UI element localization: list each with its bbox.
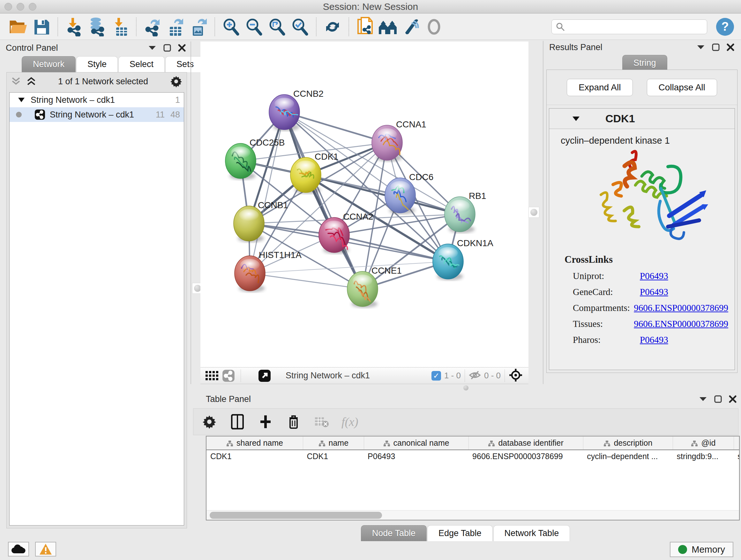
birdseye-view-icon[interactable] bbox=[509, 368, 523, 383]
save-session-icon[interactable] bbox=[31, 17, 51, 37]
gene-section-header[interactable]: CDK1 bbox=[549, 109, 735, 129]
tab-network-table[interactable]: Network Table bbox=[493, 525, 570, 541]
close-panel-icon[interactable] bbox=[178, 44, 186, 52]
float-panel-icon[interactable] bbox=[712, 44, 720, 51]
float-panel-icon[interactable] bbox=[163, 44, 171, 52]
delete-table-icon[interactable] bbox=[313, 414, 330, 430]
expand-all-icon[interactable] bbox=[26, 77, 36, 86]
crosslink-value-link[interactable]: P06493 bbox=[640, 334, 668, 345]
table-cell[interactable]: cyclin–dependent ... bbox=[583, 450, 673, 462]
panel-menu-icon[interactable] bbox=[148, 45, 156, 51]
column-header-name[interactable]: name bbox=[303, 436, 364, 450]
import-network-from-file-icon[interactable] bbox=[64, 17, 84, 37]
table-cell[interactable]: CDK1 bbox=[206, 450, 303, 462]
network-node-CDKN1A[interactable]: CDKN1A bbox=[433, 238, 493, 280]
column-header-canonical-name[interactable]: canonical name bbox=[364, 436, 468, 450]
import-table-from-file-icon[interactable] bbox=[110, 17, 130, 37]
table-cell[interactable]: stringdb:9... bbox=[673, 450, 734, 462]
float-panel-icon[interactable] bbox=[714, 395, 722, 403]
column-header-shared-name[interactable]: shared name bbox=[206, 436, 303, 450]
memory-button[interactable]: Memory bbox=[670, 542, 733, 557]
network-canvas[interactable]: CCNB2CCNA1CDC25BCDK1CDC6RB1CCNB1CCNA2CDK… bbox=[200, 42, 529, 367]
open-session-icon[interactable] bbox=[9, 17, 28, 37]
table-cell[interactable]: CDK1 bbox=[303, 450, 364, 462]
export-network-icon[interactable] bbox=[143, 17, 162, 37]
crosslink-value-link[interactable]: 9606.ENSP00000378699 bbox=[634, 303, 728, 313]
network-edge-CCNB2-CCNE1[interactable] bbox=[284, 112, 362, 289]
open-in-window-icon[interactable] bbox=[256, 368, 273, 384]
table-cell[interactable]: 9606.ENSP00000378699 bbox=[468, 450, 583, 462]
table-hscrollbar[interactable] bbox=[206, 510, 739, 520]
network-node-CCNB2[interactable]: CCNB2 bbox=[269, 89, 324, 131]
network-edge-HIST1H1A-CCNE1[interactable] bbox=[250, 273, 362, 289]
node-label: CDKN1A bbox=[457, 238, 493, 248]
zoom-in-icon[interactable] bbox=[221, 17, 241, 37]
close-panel-icon[interactable] bbox=[729, 395, 737, 403]
zoom-fit-content-icon[interactable] bbox=[267, 17, 287, 37]
panel-menu-icon[interactable] bbox=[697, 45, 705, 50]
delete-column-trash-icon[interactable] bbox=[285, 414, 302, 430]
function-builder-icon[interactable]: f(x) bbox=[341, 415, 358, 429]
help-icon[interactable]: ? bbox=[716, 18, 734, 36]
show-hide-annotations-icon[interactable] bbox=[401, 17, 421, 37]
table-settings-gear-icon[interactable] bbox=[201, 414, 218, 430]
right-splitter-handle[interactable] bbox=[529, 207, 539, 218]
panel-menu-icon[interactable] bbox=[699, 396, 707, 401]
import-network-from-database-icon[interactable] bbox=[87, 17, 107, 37]
collapse-section-icon[interactable] bbox=[572, 116, 580, 121]
take-snapshot-icon[interactable] bbox=[355, 17, 375, 37]
column-header-description[interactable]: description bbox=[583, 436, 673, 450]
string-view-icon[interactable] bbox=[220, 368, 237, 384]
tab-node-table[interactable]: Node Table bbox=[361, 525, 427, 541]
cloud-status-button[interactable] bbox=[8, 542, 29, 557]
column-header--id[interactable]: @id bbox=[673, 436, 734, 450]
hscrollbar-thumb[interactable] bbox=[210, 512, 382, 519]
network-edge-CCNB2-CCNA1[interactable] bbox=[284, 112, 387, 143]
network-node-CDK1[interactable]: CDK1 bbox=[290, 152, 339, 194]
network-row-selected[interactable]: String Network – cdk1 11 48 bbox=[10, 107, 184, 122]
column-header-namespace[interactable]: namespace bbox=[734, 436, 740, 450]
tab-network[interactable]: Network bbox=[22, 56, 76, 72]
warning-status-button[interactable] bbox=[35, 542, 56, 557]
network-edge-CCNB2-HIST1H1A[interactable] bbox=[250, 112, 284, 273]
tab-string[interactable]: String bbox=[622, 55, 667, 71]
collapse-all-button[interactable]: Collapse All bbox=[647, 79, 717, 96]
zoom-out-icon[interactable] bbox=[244, 17, 264, 37]
crosslink-value-link[interactable]: P06493 bbox=[640, 287, 668, 297]
table-row[interactable]: CDK1CDK1P064939606.ENSP00000378699cyclin… bbox=[206, 450, 740, 462]
network-node-CDC6[interactable]: CDC6 bbox=[385, 172, 433, 214]
tab-sets[interactable]: Sets bbox=[165, 56, 205, 72]
table-cell[interactable]: stringdb bbox=[734, 450, 740, 462]
network-node-CDC25B[interactable]: CDC25B bbox=[225, 138, 285, 180]
collapse-all-icon[interactable] bbox=[11, 77, 21, 86]
show-hide-eye-icon[interactable] bbox=[424, 17, 444, 37]
main-toolbar: ? bbox=[0, 14, 741, 40]
export-image-icon[interactable] bbox=[189, 17, 208, 37]
tab-edge-table[interactable]: Edge Table bbox=[427, 525, 493, 541]
grid-view-icon[interactable] bbox=[204, 368, 220, 384]
tab-select[interactable]: Select bbox=[118, 56, 165, 72]
hidden-eye-icon[interactable] bbox=[469, 370, 481, 381]
table-cell[interactable]: P06493 bbox=[364, 450, 468, 462]
search-field[interactable] bbox=[551, 19, 707, 34]
search-input[interactable] bbox=[568, 22, 703, 32]
crosslink-value-link[interactable]: P06493 bbox=[640, 271, 668, 281]
gear-icon[interactable] bbox=[170, 75, 182, 87]
network-node-RB1[interactable]: RB1 bbox=[445, 191, 486, 233]
export-table-icon[interactable] bbox=[165, 17, 185, 37]
show-hide-graphics-details-icon[interactable] bbox=[378, 17, 398, 37]
crosslink-value-link[interactable]: 9606.ENSP00000378699 bbox=[634, 319, 728, 329]
expand-all-button[interactable]: Expand All bbox=[567, 79, 632, 96]
network-edge-CDK1-RB1[interactable] bbox=[306, 175, 460, 214]
zoom-selected-icon[interactable] bbox=[290, 17, 310, 37]
show-columns-icon[interactable] bbox=[229, 414, 246, 430]
selected-nodes-checkbox-icon[interactable]: ✓ bbox=[431, 371, 441, 381]
close-panel-icon[interactable] bbox=[727, 44, 734, 51]
add-column-icon[interactable] bbox=[257, 414, 274, 430]
network-collection-row[interactable]: String Network – cdk1 1 bbox=[10, 92, 184, 107]
column-type-icon bbox=[319, 440, 326, 447]
tree-expand-icon[interactable] bbox=[18, 98, 25, 103]
column-header-database-identifier[interactable]: database identifier bbox=[468, 436, 583, 450]
refresh-view-icon[interactable] bbox=[323, 17, 342, 37]
tab-style[interactable]: Style bbox=[76, 56, 118, 72]
